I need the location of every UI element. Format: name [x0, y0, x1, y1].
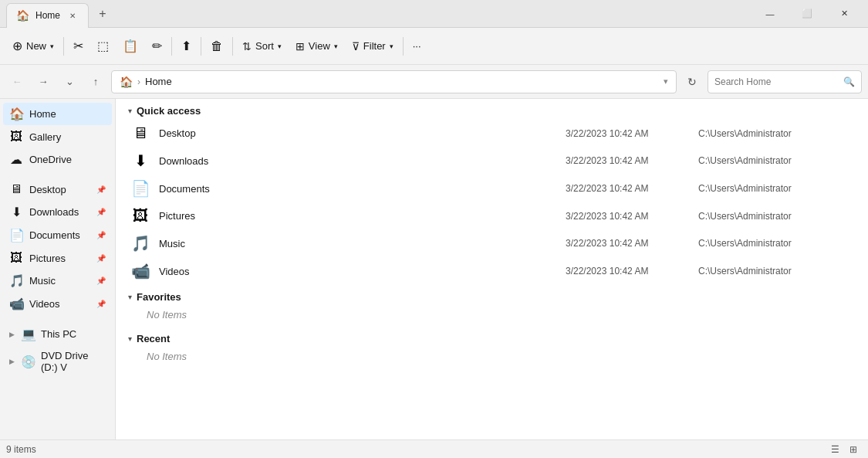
address-separator: ›	[137, 76, 140, 87]
search-box[interactable]: 🔍	[708, 70, 862, 93]
new-chevron-icon: ▾	[50, 42, 54, 50]
paste-icon: 📋	[123, 39, 138, 53]
documents-pin-icon: 📌	[96, 231, 106, 239]
status-items-count: 9 items	[6, 444, 820, 455]
videos-sidebar-icon: 📹	[9, 297, 23, 311]
music-pin-icon: 📌	[96, 276, 106, 285]
pictures-file-path: C:\Users\Administrator	[698, 211, 853, 222]
cut-button[interactable]: ✂	[67, 35, 90, 57]
status-items-label: items	[14, 444, 36, 455]
documents-file-name: Documents	[159, 183, 556, 195]
close-button[interactable]: ✕	[826, 2, 862, 26]
share-button[interactable]: ⬆	[175, 35, 198, 57]
address-path: Home	[145, 76, 172, 87]
sidebar-item-gallery[interactable]: 🖼 Gallery	[3, 126, 112, 148]
view-label: View	[309, 40, 330, 52]
status-count: 9	[6, 444, 12, 455]
sidebar-item-documents[interactable]: 📄 Documents 📌	[3, 224, 112, 246]
toolbar-separator-3	[201, 37, 201, 56]
file-row-desktop[interactable]: 🖥 Desktop 3/22/2023 10:42 AM C:\Users\Ad…	[119, 120, 865, 147]
documents-sidebar-icon: 📄	[9, 228, 23, 243]
search-input[interactable]	[714, 76, 839, 87]
new-label: New	[26, 40, 46, 52]
filter-label: Filter	[363, 40, 386, 52]
tab-area: 🏠 Home ✕ +	[6, 0, 752, 27]
sidebar-item-videos[interactable]: 📹 Videos 📌	[3, 293, 112, 315]
status-view-icons: ☰ ⊞	[826, 441, 862, 458]
details-view-button[interactable]: ☰	[826, 441, 843, 458]
sidebar-item-thispc[interactable]: ▶ 💻 This PC	[3, 323, 112, 345]
sidebar-onedrive-label: OneDrive	[29, 154, 106, 165]
file-row-downloads[interactable]: ⬇ Downloads 3/22/2023 10:42 AM C:\Users\…	[119, 147, 865, 175]
paste-button[interactable]: 📋	[117, 35, 144, 57]
documents-file-path: C:\Users\Administrator	[698, 183, 853, 194]
music-file-icon: 🎵	[131, 234, 150, 253]
desktop-file-icon: 🖥	[131, 124, 150, 142]
downloads-file-path: C:\Users\Administrator	[698, 155, 853, 166]
recent-header[interactable]: ▾ Recent	[116, 327, 868, 348]
sidebar-item-downloads[interactable]: ⬇ Downloads 📌	[3, 201, 112, 223]
file-row-pictures[interactable]: 🖼 Pictures 3/22/2023 10:42 AM C:\Users\A…	[119, 202, 865, 229]
address-input[interactable]: 🏠 › Home ▾	[111, 70, 677, 93]
new-tab-button[interactable]: +	[92, 3, 113, 25]
sidebar: 🏠 Home 🖼 Gallery ☁ OneDrive 🖥 Desktop 📌 …	[0, 99, 116, 439]
delete-button[interactable]: 🗑	[204, 36, 229, 57]
pictures-file-name: Pictures	[159, 210, 556, 222]
file-row-documents[interactable]: 📄 Documents 3/22/2023 10:42 AM C:\Users\…	[119, 175, 865, 202]
forward-button[interactable]: →	[32, 71, 54, 93]
back-button[interactable]: ←	[6, 71, 28, 93]
sort-chevron-icon: ▾	[278, 42, 282, 50]
sidebar-item-home[interactable]: 🏠 Home	[3, 103, 112, 125]
more-icon: ···	[413, 40, 421, 52]
favorites-label: Favorites	[137, 291, 181, 303]
window-controls: — ⬜ ✕	[752, 2, 862, 26]
minimize-button[interactable]: —	[752, 2, 788, 26]
rename-button[interactable]: ✏	[146, 35, 168, 57]
copy-button[interactable]: ⬚	[91, 35, 115, 57]
home-tab[interactable]: 🏠 Home ✕	[6, 3, 89, 28]
filter-button[interactable]: ⊽ Filter ▾	[346, 36, 400, 56]
sidebar-documents-label: Documents	[29, 229, 90, 241]
tab-close-button[interactable]: ✕	[66, 9, 79, 22]
more-button[interactable]: ···	[407, 36, 427, 56]
new-button[interactable]: ⊕ New ▾	[6, 35, 60, 57]
music-sidebar-icon: 🎵	[9, 273, 23, 288]
desktop-sidebar-icon: 🖥	[9, 182, 23, 196]
sidebar-item-onedrive[interactable]: ☁ OneDrive	[3, 148, 112, 171]
sort-icon: ⇅	[242, 40, 252, 53]
up-button[interactable]: ↑	[85, 71, 106, 93]
sidebar-separator-2	[0, 316, 115, 322]
sidebar-pictures-label: Pictures	[29, 253, 90, 264]
pictures-pin-icon: 📌	[96, 254, 106, 263]
refresh-button[interactable]: ↻	[681, 71, 703, 93]
downloads-sidebar-icon: ⬇	[9, 205, 23, 219]
grid-view-button[interactable]: ⊞	[845, 441, 862, 458]
sidebar-item-pictures[interactable]: 🖼 Pictures 📌	[3, 247, 112, 269]
thispc-sidebar-icon: 💻	[21, 327, 35, 341]
favorites-header[interactable]: ▾ Favorites	[116, 285, 868, 306]
sort-label: Sort	[255, 40, 274, 52]
sort-button[interactable]: ⇅ Sort ▾	[236, 36, 288, 56]
sidebar-item-dvd[interactable]: ▶ 💿 DVD Drive (D:) V	[3, 346, 112, 377]
expand-dvd-icon: ▶	[9, 358, 15, 365]
sidebar-downloads-label: Downloads	[29, 206, 90, 218]
music-file-date: 3/22/2023 10:42 AM	[566, 238, 689, 249]
search-icon: 🔍	[843, 76, 855, 87]
quick-access-chevron-icon: ▾	[128, 107, 132, 115]
file-row-videos[interactable]: 📹 Videos 3/22/2023 10:42 AM C:\Users\Adm…	[119, 257, 865, 285]
maximize-button[interactable]: ⬜	[789, 2, 825, 26]
desktop-file-date: 3/22/2023 10:42 AM	[566, 128, 689, 139]
file-row-music[interactable]: 🎵 Music 3/22/2023 10:42 AM C:\Users\Admi…	[119, 229, 865, 257]
view-icon: ⊞	[296, 40, 305, 53]
videos-file-path: C:\Users\Administrator	[698, 266, 853, 276]
view-button[interactable]: ⊞ View ▾	[289, 36, 344, 56]
desktop-file-name: Desktop	[159, 127, 556, 139]
address-bar: ← → ⌄ ↑ 🏠 › Home ▾ ↻ 🔍	[0, 65, 868, 99]
downloads-file-name: Downloads	[159, 155, 556, 167]
delete-icon: 🗑	[211, 39, 223, 53]
sidebar-item-music[interactable]: 🎵 Music 📌	[3, 270, 112, 292]
down-button[interactable]: ⌄	[59, 71, 80, 93]
desktop-pin-icon: 📌	[96, 185, 106, 194]
quick-access-header[interactable]: ▾ Quick access	[116, 99, 868, 120]
sidebar-item-desktop[interactable]: 🖥 Desktop 📌	[3, 178, 112, 200]
